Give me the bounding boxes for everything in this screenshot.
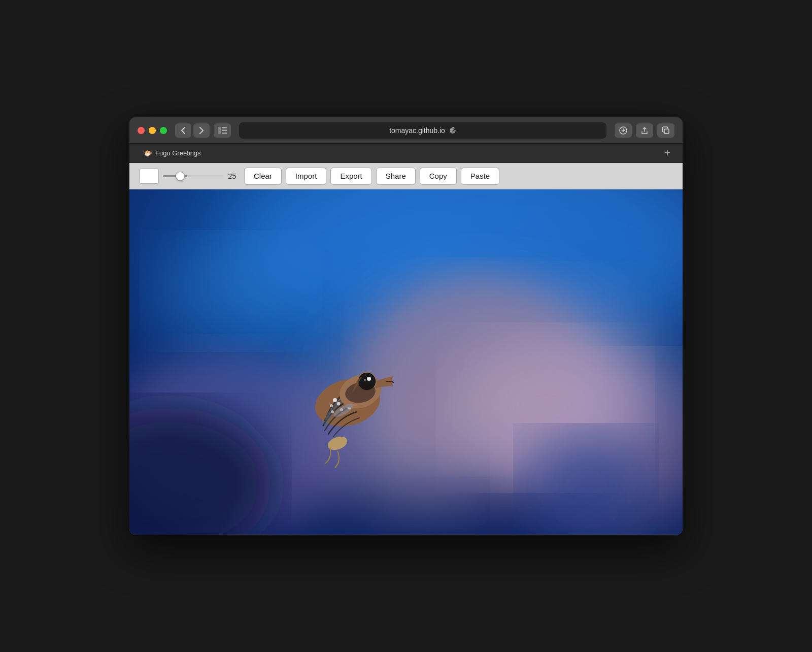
color-picker[interactable] (140, 169, 159, 184)
forward-button[interactable] (193, 123, 210, 138)
close-button[interactable] (138, 127, 145, 134)
svg-point-36 (367, 377, 371, 381)
address-bar[interactable]: tomayac.github.io (239, 122, 606, 139)
copy-button[interactable]: Copy (420, 168, 457, 185)
back-button[interactable] (175, 123, 191, 138)
sidebar-toggle-button[interactable] (214, 123, 231, 138)
titlebar: tomayac.github.io (129, 117, 683, 144)
share-browser-button[interactable] (636, 123, 653, 138)
svg-rect-1 (222, 127, 227, 128)
svg-rect-5 (664, 129, 669, 134)
duplicate-button[interactable] (657, 123, 674, 138)
svg-point-28 (331, 410, 334, 413)
svg-point-17 (155, 240, 307, 342)
clear-button[interactable]: Clear (244, 168, 282, 185)
reload-button[interactable] (449, 127, 456, 134)
share-button[interactable]: Share (376, 168, 416, 185)
svg-point-37 (364, 379, 366, 381)
active-tab[interactable]: 🐡 Fugu Greetings (138, 149, 207, 157)
svg-rect-3 (222, 133, 227, 134)
traffic-lights (138, 127, 167, 134)
svg-point-24 (337, 402, 341, 406)
url-text: tomayac.github.io (389, 126, 445, 135)
brush-size-slider[interactable] (163, 175, 224, 177)
fish-scene-svg (129, 189, 683, 535)
import-button[interactable]: Import (286, 168, 327, 185)
tab-label: Fugu Greetings (155, 149, 201, 157)
svg-point-23 (330, 404, 333, 407)
brush-size-control: 25 (163, 172, 240, 180)
svg-point-19 (333, 398, 337, 402)
paste-button[interactable]: Paste (461, 168, 499, 185)
maximize-button[interactable] (160, 127, 167, 134)
svg-rect-2 (222, 129, 227, 131)
tab-favicon: 🐡 (144, 149, 152, 157)
export-button[interactable]: Export (330, 168, 371, 185)
svg-point-16 (525, 433, 647, 535)
nav-buttons (175, 123, 210, 138)
svg-rect-0 (218, 127, 221, 134)
new-tab-button[interactable]: + (660, 146, 674, 160)
minimize-button[interactable] (149, 127, 156, 134)
brush-size-value: 25 (228, 172, 240, 180)
browser-window: tomayac.github.io (129, 117, 683, 535)
browser-toolbar-right (615, 123, 674, 138)
tabbar: 🐡 Fugu Greetings + (129, 144, 683, 163)
drawing-canvas[interactable] (129, 189, 683, 535)
download-button[interactable] (615, 123, 632, 138)
app-toolbar: 25 Clear Import Export Share Copy Paste (129, 163, 683, 189)
